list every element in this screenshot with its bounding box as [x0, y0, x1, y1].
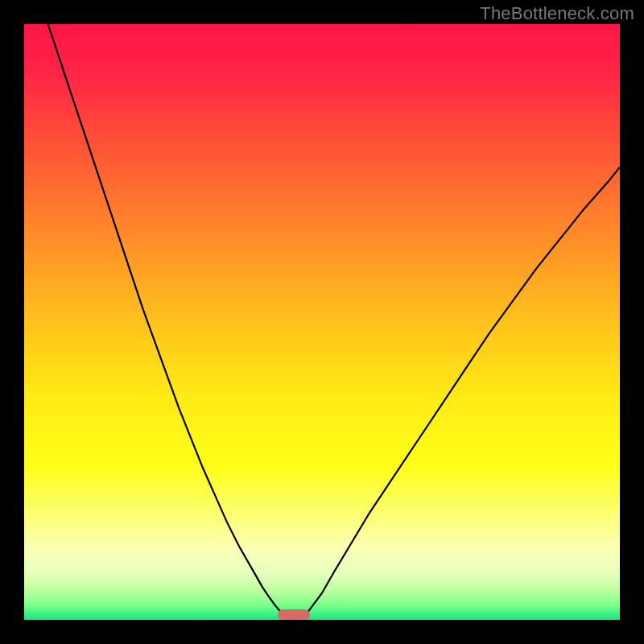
curve-layer — [24, 24, 620, 620]
chart-frame: TheBottleneck.com — [0, 0, 644, 644]
plot-area — [24, 24, 620, 620]
curve-right-branch — [304, 167, 620, 617]
bottleneck-marker — [278, 609, 311, 620]
watermark-text: TheBottleneck.com — [480, 3, 634, 24]
curve-left-branch — [48, 24, 283, 617]
